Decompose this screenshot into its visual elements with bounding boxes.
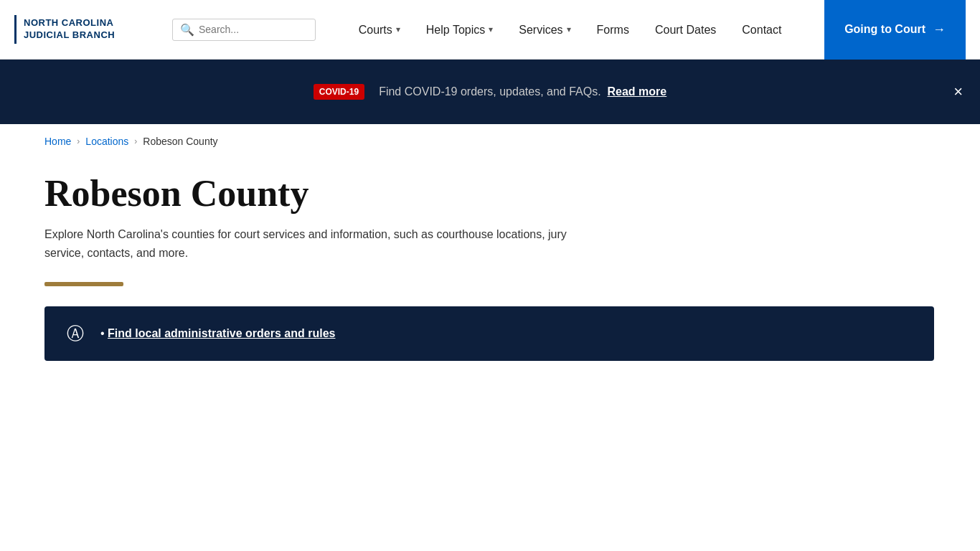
nav-services[interactable]: Services ▾ (506, 0, 583, 60)
local-orders-link[interactable]: Find local administrative orders and rul… (108, 327, 335, 339)
breadcrumb-separator-1: › (77, 136, 80, 146)
nav-court-dates[interactable]: Court Dates (642, 0, 729, 60)
logo-accent-line (14, 15, 17, 44)
nav-contact[interactable]: Contact (729, 0, 794, 60)
search-bar[interactable]: 🔍 (172, 19, 316, 41)
search-input[interactable] (199, 24, 308, 35)
breadcrumb-locations-link[interactable]: Locations (85, 136, 128, 147)
info-circle-icon: Ⓐ (65, 322, 86, 345)
help-topics-chevron-icon: ▾ (489, 0, 493, 60)
site-header: NORTH CAROLINA JUDICIAL BRANCH 🔍 Courts … (0, 0, 980, 60)
info-box-content: • Find local administrative orders and r… (100, 327, 335, 340)
breadcrumb-home-link[interactable]: Home (44, 136, 71, 147)
cta-arrow-icon: → (933, 22, 946, 37)
main-nav: Courts ▾ Help Topics ▾ Services ▾ Forms … (316, 0, 824, 60)
services-chevron-icon: ▾ (567, 0, 571, 60)
main-content: Robeson County Explore North Carolina's … (0, 159, 980, 390)
breadcrumb-current: Robeson County (143, 136, 217, 147)
covid-tag: COVID-19 (314, 84, 364, 100)
going-to-court-button[interactable]: Going to Court → (824, 0, 966, 60)
breadcrumb: Home › Locations › Robeson County (0, 124, 980, 159)
info-box: Ⓐ • Find local administrative orders and… (44, 306, 934, 361)
covid-message-text: Find COVID-19 orders, updates, and FAQs.… (379, 85, 666, 98)
covid-banner: COVID-19 Find COVID-19 orders, updates, … (0, 60, 980, 124)
gold-divider (44, 282, 123, 286)
nav-help-topics[interactable]: Help Topics ▾ (413, 0, 506, 60)
nav-forms[interactable]: Forms (584, 0, 642, 60)
courts-chevron-icon: ▾ (396, 0, 400, 60)
breadcrumb-separator-2: › (134, 136, 137, 146)
logo-text: NORTH CAROLINA JUDICIAL BRANCH (24, 17, 115, 42)
nav-courts[interactable]: Courts ▾ (346, 0, 413, 60)
logo[interactable]: NORTH CAROLINA JUDICIAL BRANCH (14, 15, 158, 44)
page-description: Explore North Carolina's counties for co… (44, 225, 575, 262)
covid-banner-close-button[interactable]: × (953, 83, 963, 101)
page-title: Robeson County (44, 173, 936, 214)
covid-read-more-link[interactable]: Read more (608, 85, 667, 98)
search-icon: 🔍 (180, 23, 194, 37)
